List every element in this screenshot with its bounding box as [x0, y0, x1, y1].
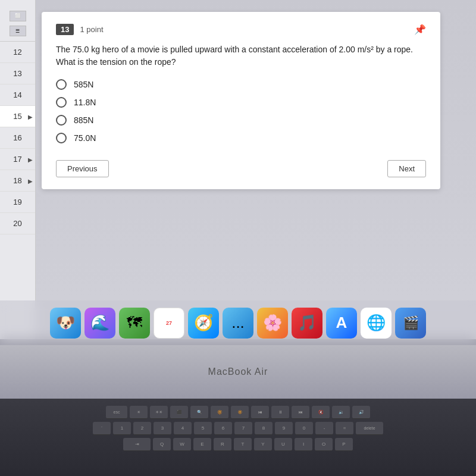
option-item-3[interactable]: 885N: [56, 115, 426, 126]
key-f8[interactable]: ⏸: [271, 406, 289, 419]
key-r[interactable]: R: [214, 438, 231, 451]
option-label-4: 75.0N: [74, 133, 96, 143]
dock: 🐶 🌊 🗺 27 🧭 ... 🌸 🎵 A 🌐 🎬: [0, 300, 476, 345]
sidebar-item-19[interactable]: 19: [0, 192, 35, 213]
options-list: 585N 11.8N 885N 75.0N: [56, 79, 426, 143]
arrow-icon-17: ▶: [28, 156, 33, 162]
sidebar-item-18[interactable]: 18 ▶: [0, 170, 35, 192]
macbook-label: MacBook Air: [208, 367, 268, 377]
key-f11[interactable]: 🔉: [332, 406, 350, 419]
key-backtick[interactable]: `: [93, 422, 111, 435]
sidebar-item-14[interactable]: 14: [0, 84, 35, 106]
question-sidebar: ⬜ ☰ 12 13 14 15 ▶ 16 17 ▶ 18 ▶ 19 20: [0, 0, 36, 339]
key-dash[interactable]: -: [315, 422, 333, 435]
key-7[interactable]: 7: [234, 422, 252, 435]
option-label-3: 885N: [74, 115, 93, 125]
key-t[interactable]: T: [234, 438, 252, 451]
key-0[interactable]: 0: [295, 422, 313, 435]
option-item-1[interactable]: 585N: [56, 79, 426, 90]
key-1[interactable]: 1: [113, 422, 131, 435]
key-f9[interactable]: ⏭: [292, 406, 309, 419]
toolbar-icon-2[interactable]: ☰: [10, 26, 26, 36]
key-u[interactable]: U: [274, 438, 292, 451]
key-delete[interactable]: delete: [356, 422, 383, 435]
key-4[interactable]: 4: [174, 422, 192, 435]
keyboard-row-2: ` 1 2 3 4 5 6 7 8 9 0 - = delete: [93, 422, 383, 435]
key-f3[interactable]: ⬛: [170, 406, 188, 419]
key-q[interactable]: Q: [153, 438, 171, 451]
points-label: 1 point: [80, 25, 103, 34]
key-equals[interactable]: =: [336, 422, 353, 435]
quiz-header: 13 1 point 📌: [56, 24, 426, 35]
arrow-icon-18: ▶: [28, 177, 33, 184]
key-8[interactable]: 8: [255, 422, 273, 435]
radio-option-4[interactable]: [56, 133, 67, 143]
key-tab[interactable]: ⇥: [123, 438, 151, 451]
sidebar-item-15[interactable]: 15 ▶: [0, 106, 35, 127]
keyboard-row-1: esc ☀ ☀☀ ⬛ 🔍 🔆 🔅 ⏮ ⏸ ⏭ 🔇 🔉 🔊: [106, 406, 370, 419]
arrow-icon: ▶: [28, 113, 33, 120]
question-number-badge: 13: [56, 24, 74, 35]
radio-option-1[interactable]: [56, 79, 67, 90]
key-f6[interactable]: 🔅: [231, 406, 249, 419]
option-item-4[interactable]: 75.0N: [56, 133, 426, 143]
pin-icon[interactable]: 📌: [414, 24, 426, 35]
dock-appstore-icon[interactable]: A: [326, 308, 357, 339]
sidebar-item-13[interactable]: 13: [0, 63, 35, 84]
key-e[interactable]: E: [193, 438, 211, 451]
key-5[interactable]: 5: [194, 422, 212, 435]
key-f1[interactable]: ☀: [130, 406, 148, 419]
key-y[interactable]: Y: [254, 438, 272, 451]
key-2[interactable]: 2: [133, 422, 151, 435]
option-label-2: 11.8N: [74, 98, 96, 107]
key-6[interactable]: 6: [214, 422, 232, 435]
dock-music-icon[interactable]: 🎵: [292, 308, 322, 339]
key-p[interactable]: P: [335, 438, 353, 451]
quiz-footer: Previous Next: [56, 160, 426, 177]
key-f4[interactable]: 🔍: [190, 406, 208, 419]
key-esc[interactable]: esc: [106, 406, 127, 419]
sidebar-item-16[interactable]: 16: [0, 127, 35, 149]
sidebar-item-20[interactable]: 20: [0, 213, 35, 234]
keyboard-row-3: ⇥ Q W E R T Y U I O P: [123, 438, 353, 451]
dock-chrome-icon[interactable]: 🌐: [361, 308, 392, 339]
option-item-2[interactable]: 11.8N: [56, 97, 426, 108]
dock-photos-icon[interactable]: 🌸: [257, 308, 288, 339]
macbook-label-area: MacBook Air: [0, 345, 476, 399]
keyboard-area: esc ☀ ☀☀ ⬛ 🔍 🔆 🔅 ⏮ ⏸ ⏭ 🔇 🔉 🔊 ` 1 2 3 4 5…: [0, 399, 476, 476]
key-f10[interactable]: 🔇: [312, 406, 330, 419]
radio-option-3[interactable]: [56, 115, 67, 126]
option-label-1: 585N: [74, 80, 93, 89]
radio-option-2[interactable]: [56, 97, 67, 108]
dock-finder-icon[interactable]: 🐶: [50, 308, 81, 339]
quiz-card: 13 1 point 📌 The 75.0 kg hero of a movie…: [42, 12, 440, 189]
dock-safari-icon[interactable]: 🧭: [188, 308, 219, 339]
key-f12[interactable]: 🔊: [352, 406, 370, 419]
dock-files-icon[interactable]: ...: [223, 308, 253, 339]
dock-maps-icon[interactable]: 🗺: [119, 308, 150, 339]
next-button[interactable]: Next: [387, 160, 426, 177]
sidebar-item-12[interactable]: 12: [0, 42, 35, 63]
dock-camtasia-icon[interactable]: 🎬: [395, 308, 426, 339]
key-3[interactable]: 3: [154, 422, 171, 435]
key-w[interactable]: W: [173, 438, 191, 451]
key-f7[interactable]: ⏮: [251, 406, 269, 419]
key-9[interactable]: 9: [275, 422, 293, 435]
key-f2[interactable]: ☀☀: [150, 406, 168, 419]
sidebar-item-17[interactable]: 17 ▶: [0, 149, 35, 170]
toolbar-icon-1[interactable]: ⬜: [10, 11, 26, 21]
dock-siri-icon[interactable]: 🌊: [84, 308, 115, 339]
question-text: The 75.0 kg hero of a movie is pulled up…: [56, 43, 426, 68]
previous-button[interactable]: Previous: [56, 160, 109, 177]
dock-calendar-icon[interactable]: 27: [154, 308, 184, 339]
key-f5[interactable]: 🔆: [211, 406, 228, 419]
key-i[interactable]: I: [295, 438, 312, 451]
key-o[interactable]: O: [315, 438, 333, 451]
